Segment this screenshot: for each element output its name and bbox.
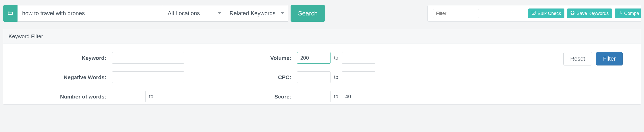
cpc-from-field[interactable]	[297, 71, 331, 83]
to-label: to	[334, 94, 338, 100]
numwords-from-field[interactable]	[112, 91, 146, 102]
keyword-label: Keyword:	[60, 55, 106, 61]
location-select[interactable]: All Locations	[163, 5, 225, 22]
mode-select[interactable]: Related Keywords	[225, 5, 288, 22]
topbar: All Locations Related Keywords Search Bu…	[0, 0, 644, 25]
score-from-field[interactable]	[297, 91, 331, 102]
score-label: Score:	[270, 94, 291, 100]
chevron-down-icon	[218, 12, 221, 14]
chevron-down-icon	[281, 12, 284, 14]
score-to-field[interactable]	[342, 91, 375, 102]
filter-button[interactable]: Filter	[596, 52, 623, 65]
volume-field-row: to	[297, 52, 376, 64]
filter-col-right: Volume: to CPC: to Score: to	[270, 52, 375, 102]
volume-to-field[interactable]	[342, 52, 375, 64]
panel-body: Keyword: Negative Words: Number of words…	[3, 44, 641, 104]
save-icon	[570, 11, 575, 16]
reset-button[interactable]: Reset	[563, 52, 592, 65]
volume-label: Volume:	[270, 55, 291, 61]
mode-select-label: Related Keywords	[230, 10, 276, 17]
bulk-check-button[interactable]: Bulk Check	[528, 9, 564, 18]
keyword-field-row	[112, 52, 191, 64]
number-of-words-label: Number of words:	[60, 94, 106, 100]
keyword-search-input[interactable]	[18, 5, 163, 22]
compare-label: Compa	[624, 11, 639, 16]
folder-open-icon	[7, 10, 13, 17]
keyword-filter-panel: Keyword Filter Keyword: Negative Words: …	[3, 29, 641, 105]
location-select-label: All Locations	[168, 10, 200, 17]
to-label: to	[149, 94, 154, 100]
panel-title: Keyword Filter	[3, 29, 641, 44]
negative-words-label: Negative Words:	[60, 74, 106, 80]
cpc-field-row: to	[297, 71, 376, 83]
check-square-icon	[531, 11, 536, 16]
to-label: to	[334, 74, 338, 80]
open-folder-button[interactable]	[3, 5, 18, 22]
topbar-right: Bulk Check Save Keywords Compa	[427, 5, 641, 22]
filter-actions: Reset Filter	[563, 52, 630, 65]
to-label: to	[334, 55, 338, 61]
cpc-label: CPC:	[270, 74, 291, 80]
quick-filter-input[interactable]	[433, 9, 479, 18]
topbar-left: All Locations Related Keywords Search	[3, 5, 325, 22]
negative-words-field[interactable]	[112, 71, 184, 83]
spacer	[325, 5, 414, 22]
numwords-to-field[interactable]	[157, 91, 190, 102]
bulk-check-label: Bulk Check	[538, 11, 561, 16]
search-button[interactable]: Search	[291, 5, 325, 22]
bar-chart-icon	[618, 11, 622, 16]
filter-col-left: Keyword: Negative Words: Number of words…	[60, 52, 190, 102]
volume-from-field[interactable]	[297, 52, 331, 64]
save-keywords-label: Save Keywords	[577, 11, 609, 16]
cpc-to-field[interactable]	[342, 71, 375, 83]
numwords-field-row: to	[112, 91, 191, 102]
save-keywords-button[interactable]: Save Keywords	[567, 9, 612, 18]
negative-field-row	[112, 71, 191, 83]
score-field-row: to	[297, 91, 376, 102]
keyword-field[interactable]	[112, 52, 184, 64]
compare-button[interactable]: Compa	[615, 9, 641, 18]
